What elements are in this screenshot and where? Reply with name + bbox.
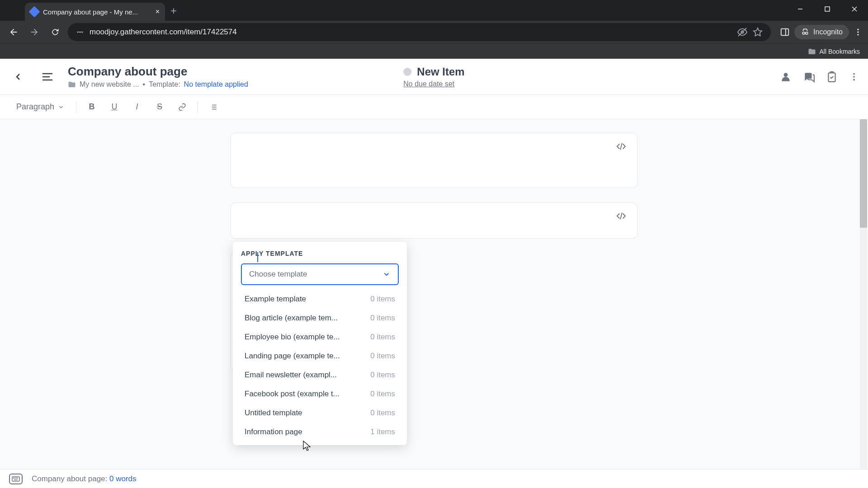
code-icon[interactable] bbox=[616, 211, 626, 221]
maximize-button[interactable] bbox=[814, 0, 841, 18]
header-actions bbox=[780, 71, 859, 83]
svg-point-37 bbox=[16, 478, 17, 478]
option-count: 0 items bbox=[370, 333, 395, 342]
svg-line-33 bbox=[620, 213, 622, 220]
project-folder-icon bbox=[68, 80, 76, 89]
template-option[interactable]: Employee bio (example te...0 items bbox=[241, 328, 399, 347]
browser-chrome: Company about page - My ne... × + moodjo… bbox=[0, 0, 868, 59]
option-count: 1 items bbox=[370, 427, 395, 436]
svg-point-13 bbox=[802, 32, 805, 34]
word-count: 0 words bbox=[109, 474, 137, 483]
incognito-icon bbox=[801, 28, 810, 37]
svg-marker-10 bbox=[754, 28, 762, 36]
template-option[interactable]: Information page1 items bbox=[241, 422, 399, 441]
bookmarks-bar: All Bookmarks bbox=[0, 43, 868, 59]
template-label: Template: bbox=[149, 80, 180, 89]
svg-point-16 bbox=[857, 31, 859, 33]
option-name: Employee bio (example te... bbox=[245, 333, 340, 342]
status-dot-icon[interactable] bbox=[403, 68, 411, 76]
svg-point-24 bbox=[853, 76, 855, 78]
minimize-button[interactable] bbox=[787, 0, 814, 18]
due-date-link[interactable]: No due date set bbox=[403, 80, 454, 88]
reload-button[interactable] bbox=[47, 24, 63, 40]
svg-line-32 bbox=[620, 143, 622, 150]
status-bar: Company about page: 0 words bbox=[0, 469, 868, 488]
chevron-down-icon bbox=[382, 270, 391, 278]
site-info-icon[interactable] bbox=[76, 28, 84, 36]
chevron-down-icon bbox=[58, 104, 64, 110]
keyboard-icon[interactable] bbox=[9, 474, 23, 484]
more-menu-icon[interactable] bbox=[849, 72, 859, 82]
apply-template-panel: APPLY TEMPLATE Choose template Example t… bbox=[233, 242, 407, 445]
tab-title: Company about page - My ne... bbox=[43, 8, 151, 16]
back-button[interactable] bbox=[5, 24, 22, 40]
status-page-name: Company about page: bbox=[32, 474, 107, 483]
template-option[interactable]: Example template0 items bbox=[241, 290, 399, 309]
structure-menu-button[interactable] bbox=[36, 66, 59, 88]
chrome-menu-icon[interactable] bbox=[854, 28, 863, 37]
code-icon[interactable] bbox=[616, 141, 626, 151]
option-count: 0 items bbox=[370, 371, 395, 380]
template-option[interactable]: Blog article (example tem...0 items bbox=[241, 309, 399, 328]
option-count: 0 items bbox=[370, 314, 395, 323]
italic-button[interactable]: I bbox=[130, 100, 144, 114]
address-bar[interactable]: moodjoy.gathercontent.com/item/17422574 bbox=[68, 23, 771, 41]
bold-button[interactable]: B bbox=[85, 100, 99, 114]
close-window-button[interactable] bbox=[841, 0, 868, 18]
breadcrumb-project[interactable]: My new website ... bbox=[80, 80, 139, 89]
app-back-button[interactable] bbox=[9, 68, 27, 86]
browser-tab[interactable]: Company about page - My ne... × bbox=[25, 3, 165, 21]
folder-icon bbox=[808, 47, 816, 56]
tab-strip: Company about page - My ne... × + bbox=[0, 0, 868, 21]
svg-rect-34 bbox=[12, 477, 19, 481]
status-bar-text: Company about page: 0 words bbox=[32, 474, 137, 483]
content-area: + Add files APPLY TEMPLATE Choose templa… bbox=[0, 119, 868, 469]
url-text: moodjoy.gathercontent.com/item/17422574 bbox=[90, 28, 732, 37]
svg-point-17 bbox=[857, 34, 859, 35]
title-block: Company about page My new website ... • … bbox=[68, 65, 248, 89]
status-title[interactable]: New Item bbox=[417, 66, 464, 78]
template-option[interactable]: Untitled template0 items bbox=[241, 404, 399, 422]
app-header: Company about page My new website ... • … bbox=[0, 59, 868, 95]
all-bookmarks-link[interactable]: All Bookmarks bbox=[820, 48, 860, 55]
clipboard-icon[interactable] bbox=[826, 71, 838, 83]
link-button[interactable] bbox=[175, 100, 189, 114]
svg-point-23 bbox=[853, 73, 855, 75]
strikethrough-button[interactable]: S bbox=[152, 100, 167, 114]
page-title[interactable]: Company about page bbox=[68, 65, 248, 79]
text-cursor bbox=[257, 252, 258, 262]
option-count: 0 items bbox=[370, 352, 395, 361]
option-name: Example template bbox=[245, 295, 306, 304]
new-tab-button[interactable]: + bbox=[170, 5, 177, 17]
comments-icon[interactable] bbox=[803, 71, 815, 83]
content-field-2[interactable] bbox=[231, 202, 637, 239]
template-option[interactable]: Email newsletter (exampl...0 items bbox=[241, 366, 399, 385]
side-panel-icon[interactable] bbox=[780, 27, 790, 37]
people-icon[interactable] bbox=[780, 71, 792, 83]
paragraph-style-select[interactable]: Paragraph bbox=[13, 99, 68, 114]
scrollbar-thumb[interactable] bbox=[860, 119, 867, 228]
svg-point-15 bbox=[857, 29, 859, 30]
close-tab-icon[interactable]: × bbox=[156, 8, 160, 16]
template-select[interactable]: Choose template bbox=[241, 263, 399, 285]
option-name: Facebook post (example t... bbox=[245, 389, 340, 399]
list-button[interactable] bbox=[206, 100, 221, 114]
svg-point-38 bbox=[18, 478, 18, 478]
svg-rect-11 bbox=[781, 29, 789, 36]
underline-button[interactable]: U bbox=[107, 100, 122, 114]
incognito-badge[interactable]: Incognito bbox=[794, 25, 849, 39]
template-option[interactable]: Landing page (example te...0 items bbox=[241, 347, 399, 366]
content-field-1[interactable] bbox=[231, 133, 637, 188]
svg-point-35 bbox=[14, 478, 14, 478]
option-name: Landing page (example te... bbox=[245, 352, 340, 361]
svg-point-25 bbox=[853, 79, 855, 80]
template-option[interactable]: Facebook post (example t...0 items bbox=[241, 385, 399, 404]
incognito-label: Incognito bbox=[813, 28, 843, 36]
svg-point-14 bbox=[806, 32, 808, 34]
template-link[interactable]: No template applied bbox=[184, 80, 248, 89]
option-name: Information page bbox=[245, 427, 302, 436]
option-count: 0 items bbox=[370, 408, 395, 418]
eye-off-icon[interactable] bbox=[737, 27, 747, 37]
bookmark-star-icon[interactable] bbox=[753, 27, 763, 37]
forward-button[interactable] bbox=[26, 24, 42, 40]
